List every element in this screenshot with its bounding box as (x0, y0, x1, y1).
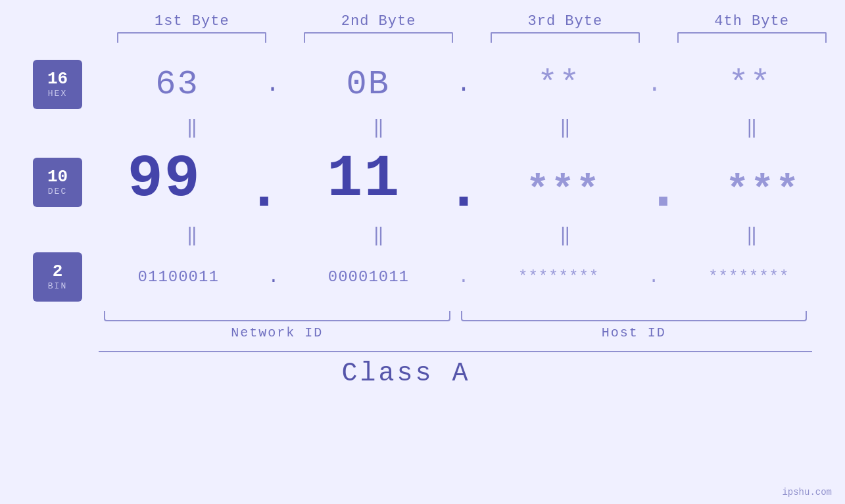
equals-row-1: ‖ ‖ ‖ ‖ (0, 116, 845, 139)
dec-b2-cell: 11 (282, 146, 446, 213)
bracket-cell-2 (285, 32, 472, 43)
hex-b4-cell: ** (655, 65, 845, 104)
hex-badge-label: HEX (48, 89, 67, 99)
bin-badge-label: BIN (48, 281, 67, 291)
bin-badge-num: 2 (53, 262, 63, 281)
dec-b3-cell: *** (481, 168, 645, 213)
hex-values: 63 . 0B . ** . ** (82, 65, 845, 104)
dec-dot3: . (645, 160, 681, 219)
network-id-label: Network ID (99, 325, 456, 340)
bin-b4: ******** (708, 268, 789, 286)
bin-b2-cell: 00001011 (272, 268, 464, 286)
bin-b1: 01100011 (138, 268, 219, 286)
byte4-header: 4th Byte (658, 13, 845, 30)
bracket-2 (304, 32, 453, 43)
hex-row: 16 HEX 63 . 0B . ** . ** (0, 55, 845, 114)
dec-b4-cell: *** (681, 168, 845, 213)
bin-b3: ******** (518, 268, 599, 286)
eq2-b3: ‖ (472, 224, 659, 246)
eq1-b3: ‖ (472, 116, 659, 139)
bin-badge: 2 BIN (33, 252, 82, 302)
hex-b2-cell: 0B (273, 65, 463, 104)
bracket-1 (117, 32, 266, 43)
class-bar-wrapper (0, 351, 845, 352)
bracket-cell-1 (99, 32, 285, 43)
byte3-header: 3rd Byte (472, 13, 659, 30)
dec-row: 10 DEC 99 . 11 . *** . *** (0, 143, 845, 221)
bin-b3-cell: ******** (462, 268, 654, 286)
hex-b4: ** (728, 65, 771, 104)
bin-b1-cell: 01100011 (82, 268, 274, 286)
eq2-b2: ‖ (285, 224, 472, 246)
hex-b3-cell: ** (464, 65, 654, 104)
byte2-header: 2nd Byte (285, 13, 472, 30)
top-brackets (0, 32, 845, 43)
eq2-b1: ‖ (99, 224, 285, 246)
bracket-cell-3 (472, 32, 659, 43)
dec-dot1: . (246, 160, 281, 219)
bin-row: 2 BIN 01100011 . 00001011 . ******** . *… (0, 250, 845, 303)
dec-b1: 99 (128, 146, 201, 213)
hex-badge: 16 HEX (33, 60, 82, 109)
hex-b1-cell: 63 (82, 65, 272, 104)
eq1-b1: ‖ (99, 116, 285, 139)
bracket-3 (491, 32, 640, 43)
hex-b1: 63 (155, 65, 199, 104)
bin-b2: 00001011 (328, 268, 409, 286)
footer: ipshu.com (782, 487, 832, 497)
eq1-b2: ‖ (285, 116, 472, 139)
dec-b4: *** (725, 168, 800, 213)
network-bracket (104, 311, 450, 321)
bin-values: 01100011 . 00001011 . ******** . *******… (82, 267, 845, 287)
dec-values: 99 . 11 . *** . *** (82, 146, 845, 218)
main-container: 1st Byte 2nd Byte 3rd Byte 4th Byte 16 H… (0, 0, 845, 504)
hex-badge-num: 16 (47, 70, 68, 89)
byte-headers: 1st Byte 2nd Byte 3rd Byte 4th Byte (0, 13, 845, 30)
dec-dot2: . (446, 160, 481, 219)
dec-badge: 10 DEC (33, 158, 82, 207)
dec-badge-num: 10 (47, 168, 68, 187)
bottom-brackets-row (0, 311, 845, 321)
host-id-label: Host ID (456, 325, 813, 340)
bin-b4-cell: ******** (653, 268, 845, 286)
host-bracket (461, 311, 808, 321)
dec-b3: *** (526, 168, 601, 213)
hex-b2: 0B (347, 65, 390, 104)
dec-b1-cell: 99 (82, 146, 246, 213)
bracket-cell-4 (658, 32, 845, 43)
equals-row-2: ‖ ‖ ‖ ‖ (0, 224, 845, 246)
dec-b2: 11 (327, 146, 400, 213)
bracket-4 (677, 32, 827, 43)
eq2-b4: ‖ (658, 224, 845, 246)
eq1-b4: ‖ (658, 116, 845, 139)
class-bar-line (99, 351, 812, 352)
class-label: Class A (0, 359, 845, 388)
bottom-labels-row: Network ID Host ID (0, 325, 845, 340)
hex-b3: ** (537, 65, 581, 104)
dec-badge-label: DEC (48, 187, 67, 196)
byte1-header: 1st Byte (99, 13, 285, 30)
